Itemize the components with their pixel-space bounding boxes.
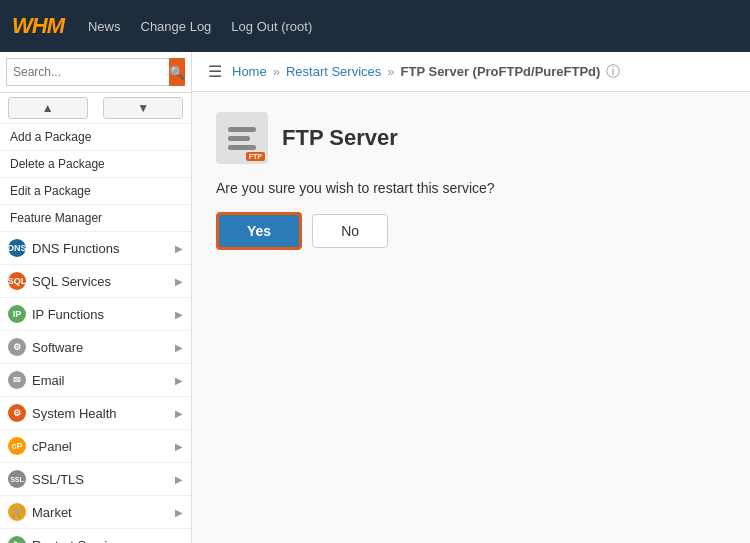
arrow-icon: ▶	[175, 408, 183, 419]
icon-line	[228, 145, 256, 150]
sidebar-item-software[interactable]: ⚙ Software ▶	[0, 331, 191, 364]
sidebar-item-ip-functions[interactable]: IP IP Functions ▶	[0, 298, 191, 331]
main-layout: 🔍 ▲ ▼ Add a Package Delete a Package Edi…	[0, 52, 750, 543]
syshealth-icon: ⚙	[8, 404, 26, 422]
sidebar-item-sql-services[interactable]: SQL SQL Services ▶	[0, 265, 191, 298]
sidebar-item-system-health[interactable]: ⚙ System Health ▶	[0, 397, 191, 430]
breadcrumb-sep2: »	[387, 64, 394, 79]
arrow-icon: ▶	[175, 309, 183, 320]
sidebar-item-label: Market	[32, 505, 175, 520]
email-icon: ✉	[8, 371, 26, 389]
sidebar-item-label: Software	[32, 340, 175, 355]
search-input[interactable]	[6, 58, 169, 86]
service-icon-box: FTP	[216, 112, 268, 164]
confirm-text: Are you sure you wish to restart this se…	[216, 180, 726, 196]
service-title: FTP Server	[282, 125, 398, 151]
breadcrumb-home[interactable]: Home	[232, 64, 267, 79]
sidebar-list: Add a Package Delete a Package Edit a Pa…	[0, 124, 191, 543]
restart-icon: ↻	[8, 536, 26, 543]
sidebar-item-dns-functions[interactable]: DNS DNS Functions ▶	[0, 232, 191, 265]
market-icon: 🛒	[8, 503, 26, 521]
scroll-down-button[interactable]: ▼	[103, 97, 183, 119]
cpanel-icon: cP	[8, 437, 26, 455]
no-button[interactable]: No	[312, 214, 388, 248]
sidebar: 🔍 ▲ ▼ Add a Package Delete a Package Edi…	[0, 52, 192, 543]
nav-changelog[interactable]: Change Log	[141, 19, 212, 34]
sidebar-item-market[interactable]: 🛒 Market ▶	[0, 496, 191, 529]
sidebar-item-label: DNS Functions	[32, 241, 175, 256]
arrow-icon: ▼	[173, 540, 183, 544]
breadcrumb-parent[interactable]: Restart Services	[286, 64, 381, 79]
whm-logo: WHM	[12, 13, 64, 39]
arrow-icon: ▶	[175, 342, 183, 353]
sidebar-item-label: SQL Services	[32, 274, 175, 289]
yes-button[interactable]: Yes	[216, 212, 302, 250]
sidebar-item-label: Email	[32, 373, 175, 388]
scroll-controls: ▲ ▼	[0, 93, 191, 124]
ssl-icon: SSL	[8, 470, 26, 488]
nav-news[interactable]: News	[88, 19, 121, 34]
content-body: FTP FTP Server Are you sure you wish to …	[192, 92, 750, 543]
arrow-icon: ▶	[175, 276, 183, 287]
sidebar-item-label: System Health	[32, 406, 175, 421]
sql-icon: SQL	[8, 272, 26, 290]
search-button[interactable]: 🔍	[169, 58, 185, 86]
sidebar-item-cpanel[interactable]: cP cPanel ▶	[0, 430, 191, 463]
sidebar-item-ssl-tls[interactable]: SSL SSL/TLS ▶	[0, 463, 191, 496]
ip-icon: IP	[8, 305, 26, 323]
sidebar-item-delete-package[interactable]: Delete a Package	[0, 151, 191, 178]
service-header: FTP FTP Server	[216, 112, 726, 164]
arrow-icon: ▶	[175, 375, 183, 386]
breadcrumb: ☰ Home » Restart Services » FTP Server (…	[192, 52, 750, 92]
sidebar-item-email[interactable]: ✉ Email ▶	[0, 364, 191, 397]
breadcrumb-sep1: »	[273, 64, 280, 79]
arrow-icon: ▶	[175, 243, 183, 254]
ftp-badge: FTP	[246, 152, 265, 161]
sidebar-item-restart-services[interactable]: ↻ Restart Services ▼	[0, 529, 191, 543]
menu-icon: ☰	[208, 62, 222, 81]
sidebar-item-label: Restart Services	[32, 538, 173, 544]
dns-icon: DNS	[8, 239, 26, 257]
top-navigation: WHM News Change Log Log Out (root)	[0, 0, 750, 52]
action-buttons: Yes No	[216, 212, 726, 250]
help-icon[interactable]: ⓘ	[606, 63, 620, 81]
breadcrumb-current: FTP Server (ProFTPd/PureFTPd)	[401, 64, 601, 79]
nav-logout[interactable]: Log Out (root)	[231, 19, 312, 34]
content-area: ☰ Home » Restart Services » FTP Server (…	[192, 52, 750, 543]
icon-line	[228, 127, 256, 132]
sidebar-item-label: IP Functions	[32, 307, 175, 322]
scroll-up-button[interactable]: ▲	[8, 97, 88, 119]
arrow-icon: ▶	[175, 507, 183, 518]
sidebar-item-label: SSL/TLS	[32, 472, 175, 487]
sidebar-item-label: cPanel	[32, 439, 175, 454]
service-icon-lines	[228, 127, 256, 150]
software-icon: ⚙	[8, 338, 26, 356]
sidebar-item-add-package[interactable]: Add a Package	[0, 124, 191, 151]
arrow-icon: ▶	[175, 474, 183, 485]
search-bar: 🔍	[0, 52, 191, 93]
sidebar-item-feature-manager[interactable]: Feature Manager	[0, 205, 191, 232]
arrow-icon: ▶	[175, 441, 183, 452]
icon-line	[228, 136, 250, 141]
sidebar-item-edit-package[interactable]: Edit a Package	[0, 178, 191, 205]
